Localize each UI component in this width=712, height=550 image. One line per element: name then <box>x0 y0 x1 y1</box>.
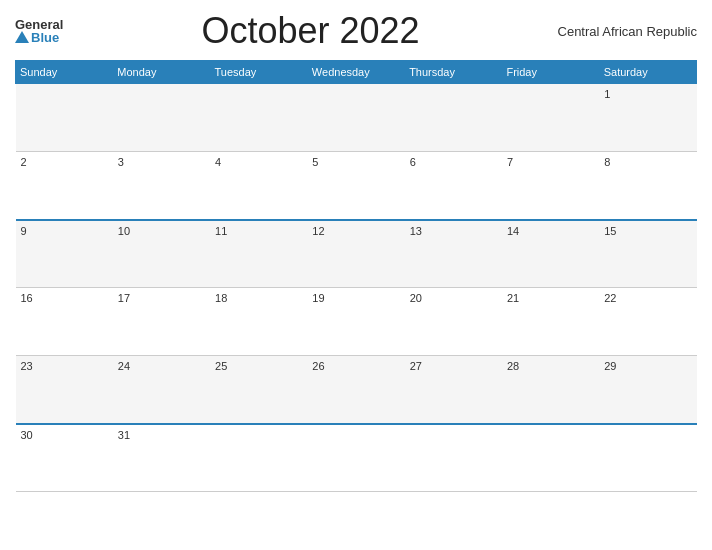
calendar-cell: 8 <box>599 152 696 220</box>
day-number: 25 <box>215 360 227 372</box>
day-number: 20 <box>410 292 422 304</box>
calendar-cell <box>599 424 696 492</box>
calendar-cell <box>502 424 599 492</box>
logo-blue-text: Blue <box>31 31 59 44</box>
calendar-cell: 2 <box>16 152 113 220</box>
calendar-cell: 22 <box>599 288 696 356</box>
calendar-cell: 16 <box>16 288 113 356</box>
calendar-cell: 13 <box>405 220 502 288</box>
logo-triangle-icon <box>15 31 29 43</box>
calendar-cell <box>16 84 113 152</box>
calendar-cell: 25 <box>210 356 307 424</box>
calendar-cell: 12 <box>307 220 404 288</box>
calendar-week-row: 9101112131415 <box>16 220 697 288</box>
calendar-cell: 27 <box>405 356 502 424</box>
day-number: 14 <box>507 225 519 237</box>
day-number: 29 <box>604 360 616 372</box>
calendar-cell: 28 <box>502 356 599 424</box>
day-number: 10 <box>118 225 130 237</box>
calendar-cell: 30 <box>16 424 113 492</box>
calendar-week-row: 16171819202122 <box>16 288 697 356</box>
day-number: 24 <box>118 360 130 372</box>
day-number: 5 <box>312 156 318 168</box>
calendar-cell <box>113 84 210 152</box>
day-number: 12 <box>312 225 324 237</box>
header: General Blue October 2022 Central Africa… <box>15 10 697 52</box>
day-number: 21 <box>507 292 519 304</box>
calendar-week-row: 3031 <box>16 424 697 492</box>
day-number: 27 <box>410 360 422 372</box>
calendar-cell: 24 <box>113 356 210 424</box>
calendar-table: Sunday Monday Tuesday Wednesday Thursday… <box>15 60 697 492</box>
logo: General Blue <box>15 18 63 44</box>
calendar-cell: 15 <box>599 220 696 288</box>
calendar-title: October 2022 <box>201 10 419 52</box>
calendar-cell: 5 <box>307 152 404 220</box>
day-number: 22 <box>604 292 616 304</box>
calendar-cell: 9 <box>16 220 113 288</box>
calendar-cell: 17 <box>113 288 210 356</box>
calendar-cell: 23 <box>16 356 113 424</box>
day-number: 18 <box>215 292 227 304</box>
day-number: 13 <box>410 225 422 237</box>
calendar-cell: 3 <box>113 152 210 220</box>
calendar-cell <box>405 84 502 152</box>
day-number: 8 <box>604 156 610 168</box>
calendar-cell: 21 <box>502 288 599 356</box>
calendar-cell <box>405 424 502 492</box>
calendar-cell <box>210 424 307 492</box>
calendar-cell: 29 <box>599 356 696 424</box>
col-saturday: Saturday <box>599 61 696 84</box>
calendar-page: General Blue October 2022 Central Africa… <box>0 0 712 550</box>
day-number: 2 <box>21 156 27 168</box>
day-number: 7 <box>507 156 513 168</box>
calendar-cell: 1 <box>599 84 696 152</box>
country-label: Central African Republic <box>558 24 697 39</box>
day-number: 19 <box>312 292 324 304</box>
calendar-cell: 10 <box>113 220 210 288</box>
calendar-cell: 26 <box>307 356 404 424</box>
day-number: 6 <box>410 156 416 168</box>
calendar-week-row: 23242526272829 <box>16 356 697 424</box>
logo-blue-container: Blue <box>15 31 59 44</box>
day-number: 17 <box>118 292 130 304</box>
calendar-week-row: 1 <box>16 84 697 152</box>
calendar-cell <box>307 424 404 492</box>
calendar-cell: 6 <box>405 152 502 220</box>
day-number: 11 <box>215 225 227 237</box>
day-number: 4 <box>215 156 221 168</box>
day-number: 30 <box>21 429 33 441</box>
col-tuesday: Tuesday <box>210 61 307 84</box>
calendar-cell <box>307 84 404 152</box>
calendar-cell <box>502 84 599 152</box>
calendar-cell: 19 <box>307 288 404 356</box>
col-sunday: Sunday <box>16 61 113 84</box>
calendar-cell: 14 <box>502 220 599 288</box>
calendar-cell: 20 <box>405 288 502 356</box>
day-number: 23 <box>21 360 33 372</box>
day-number: 9 <box>21 225 27 237</box>
day-number: 31 <box>118 429 130 441</box>
col-wednesday: Wednesday <box>307 61 404 84</box>
day-number: 15 <box>604 225 616 237</box>
day-number: 26 <box>312 360 324 372</box>
day-number: 3 <box>118 156 124 168</box>
calendar-cell: 31 <box>113 424 210 492</box>
calendar-cell: 18 <box>210 288 307 356</box>
calendar-week-row: 2345678 <box>16 152 697 220</box>
calendar-cell: 7 <box>502 152 599 220</box>
day-number: 1 <box>604 88 610 100</box>
calendar-cell: 11 <box>210 220 307 288</box>
calendar-header-row: Sunday Monday Tuesday Wednesday Thursday… <box>16 61 697 84</box>
calendar-cell: 4 <box>210 152 307 220</box>
col-friday: Friday <box>502 61 599 84</box>
day-number: 28 <box>507 360 519 372</box>
col-thursday: Thursday <box>405 61 502 84</box>
calendar-cell <box>210 84 307 152</box>
col-monday: Monday <box>113 61 210 84</box>
day-number: 16 <box>21 292 33 304</box>
